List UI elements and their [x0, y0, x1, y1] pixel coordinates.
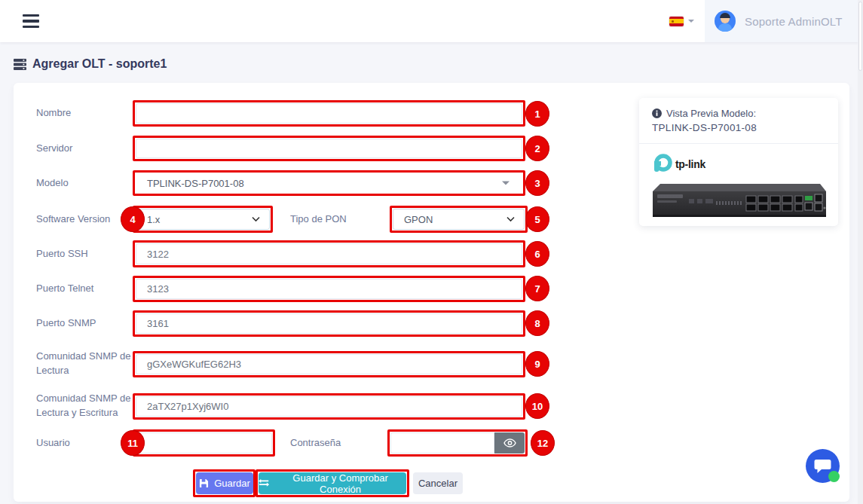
- exchange-arrows-icon: [259, 479, 269, 487]
- label-tipo-pon: Tipo de PON: [290, 206, 379, 233]
- annotation-badge-9: 9: [525, 351, 549, 377]
- modelo-select-value: TPLINK-DS-P7001-08: [147, 178, 244, 189]
- puerto-ssh-input[interactable]: [136, 243, 522, 264]
- avatar: [715, 11, 736, 32]
- label-contrasena: Contraseña: [290, 429, 379, 457]
- annotation-badge-1: 1: [525, 101, 549, 127]
- label-puerto-telnet: Puerto Telnet: [36, 276, 134, 302]
- page-header: Agregar OLT - soporte1: [14, 57, 167, 71]
- label-software-version: Software Version: [36, 206, 134, 233]
- snmp-lectura-input[interactable]: [136, 354, 522, 374]
- chat-widget-button[interactable]: [806, 449, 840, 483]
- preview-heading: Vista Previa Modelo:: [652, 108, 756, 119]
- user-name: Soporte AdminOLT: [745, 15, 843, 28]
- software-version-value: 1.x: [147, 214, 160, 225]
- label-snmp-lectura: Comunidad SNMP de Lectura: [36, 344, 134, 383]
- annotation-badge-8: 8: [525, 310, 549, 336]
- chevron-down-icon: [506, 217, 515, 222]
- online-status-dot: [828, 471, 840, 482]
- label-modelo: Modelo: [36, 170, 134, 196]
- scrollbar-thumb[interactable]: [858, 2, 862, 71]
- usuario-input[interactable]: [136, 432, 272, 454]
- annotation-badge-2: 2: [525, 136, 549, 161]
- label-nombre: Nombre: [36, 100, 134, 127]
- puerto-snmp-input[interactable]: [136, 313, 522, 334]
- label-usuario: Usuario: [36, 429, 134, 457]
- divider: [639, 143, 838, 144]
- snmp-lectura-escritura-input[interactable]: [136, 396, 522, 417]
- dropdown-caret-icon: [502, 182, 510, 185]
- language-selector[interactable]: [669, 12, 702, 30]
- olt-device-image: [650, 181, 828, 225]
- eye-icon: [503, 438, 516, 447]
- toggle-password-button[interactable]: [494, 432, 525, 454]
- software-version-select[interactable]: 1.x: [136, 209, 270, 230]
- page-scrollbar: [858, 0, 863, 504]
- contrasena-input[interactable]: [390, 432, 494, 454]
- spain-flag-icon: [669, 17, 684, 26]
- cancel-button[interactable]: Cancelar: [413, 472, 463, 494]
- annotation-badge-6: 6: [525, 241, 549, 267]
- chat-bubble-icon: [814, 459, 831, 474]
- puerto-telnet-input[interactable]: [136, 279, 522, 299]
- annotation-badge-10: 10: [525, 393, 549, 419]
- servidor-input[interactable]: [136, 139, 522, 158]
- modelo-select[interactable]: TPLINK-DS-P7001-08: [136, 173, 522, 193]
- top-navbar: Soporte AdminOLT: [0, 0, 863, 42]
- page-title: Agregar OLT - soporte1: [32, 57, 167, 71]
- save-button[interactable]: Guardar: [196, 472, 253, 494]
- annotation-badge-3: 3: [525, 170, 549, 196]
- annotation-badge-7: 7: [525, 276, 549, 301]
- chevron-down-icon: [252, 217, 260, 222]
- server-icon: [14, 59, 26, 70]
- label-servidor: Servidor: [36, 136, 134, 161]
- save-icon: [199, 478, 209, 488]
- label-snmp-lectura-escritura: Comunidad SNMP de Lectura y Escritura: [36, 386, 134, 426]
- tipo-pon-select[interactable]: GPON: [393, 209, 525, 230]
- annotation-badge-12: 12: [531, 430, 555, 456]
- tplink-logo-text: tp-link: [675, 158, 705, 170]
- preview-model-name: TPLINK-DS-P7001-08: [652, 122, 757, 133]
- tplink-logo-icon: [651, 154, 672, 175]
- model-preview-card: Vista Previa Modelo: TPLINK-DS-P7001-08 …: [639, 98, 838, 226]
- chevron-down-icon: [688, 20, 694, 23]
- tipo-pon-value: GPON: [404, 214, 433, 225]
- info-icon: [652, 108, 662, 118]
- form-card: Nombre Servidor Modelo Software Version …: [14, 83, 849, 502]
- label-puerto-snmp: Puerto SNMP: [36, 310, 134, 337]
- user-menu[interactable]: Soporte AdminOLT: [705, 0, 858, 42]
- annotation-badge-5: 5: [525, 206, 549, 232]
- tplink-logo: tp-link: [651, 154, 705, 175]
- nombre-input[interactable]: [136, 103, 522, 124]
- hamburger-menu-icon[interactable]: [23, 14, 39, 28]
- save-and-test-button[interactable]: Guardar y Comprobar Conexión: [259, 472, 406, 494]
- app-root: Soporte AdminOLT Agregar OLT - soporte1 …: [0, 0, 863, 504]
- label-puerto-ssh: Puerto SSH: [36, 240, 134, 267]
